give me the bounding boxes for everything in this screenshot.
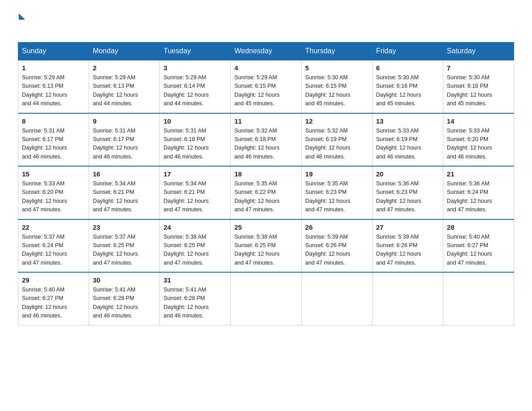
calendar-cell [231,272,301,325]
calendar-cell: 14 Sunrise: 5:33 AMSunset: 6:20 PMDaylig… [443,113,514,167]
day-number: 21 [447,170,510,178]
calendar-cell: 29 Sunrise: 5:40 AMSunset: 6:27 PMDaylig… [18,272,89,325]
weekday-header-friday: Friday [372,43,443,60]
day-number: 14 [447,117,510,125]
weekday-header-tuesday: Tuesday [160,43,231,60]
calendar-header-row: SundayMondayTuesdayWednesdayThursdayFrid… [18,43,514,60]
day-info: Sunrise: 5:37 AMSunset: 6:24 PMDaylight:… [22,234,67,266]
day-info: Sunrise: 5:38 AMSunset: 6:25 PMDaylight:… [163,234,209,266]
day-info: Sunrise: 5:38 AMSunset: 6:25 PMDaylight:… [234,234,279,266]
day-info: Sunrise: 5:33 AMSunset: 6:20 PMDaylight:… [447,128,492,160]
calendar-cell: 28 Sunrise: 5:40 AMSunset: 6:27 PMDaylig… [443,219,514,273]
day-number: 24 [163,223,227,231]
calendar-cell: 24 Sunrise: 5:38 AMSunset: 6:25 PMDaylig… [160,219,231,273]
day-info: Sunrise: 5:37 AMSunset: 6:25 PMDaylight:… [93,234,138,266]
calendar-cell: 30 Sunrise: 5:41 AMSunset: 6:28 PMDaylig… [89,272,160,325]
calendar-cell: 23 Sunrise: 5:37 AMSunset: 6:25 PMDaylig… [89,219,160,273]
page-header [18,13,514,33]
day-info: Sunrise: 5:39 AMSunset: 6:26 PMDaylight:… [305,234,351,266]
day-number: 13 [376,117,439,125]
day-info: Sunrise: 5:30 AMSunset: 6:16 PMDaylight:… [447,74,492,107]
day-info: Sunrise: 5:32 AMSunset: 6:18 PMDaylight:… [234,128,279,160]
logo-arrow-icon [19,13,25,20]
day-info: Sunrise: 5:39 AMSunset: 6:26 PMDaylight:… [376,234,421,266]
calendar-cell: 3 Sunrise: 5:29 AMSunset: 6:14 PMDayligh… [160,60,231,113]
day-number: 25 [234,223,297,231]
calendar-cell: 25 Sunrise: 5:38 AMSunset: 6:25 PMDaylig… [231,219,301,273]
day-number: 29 [22,276,85,284]
calendar-cell: 11 Sunrise: 5:32 AMSunset: 6:18 PMDaylig… [231,113,301,167]
calendar-cell [443,272,514,325]
day-number: 15 [22,170,85,178]
day-info: Sunrise: 5:40 AMSunset: 6:27 PMDaylight:… [22,287,67,319]
day-number: 10 [163,117,227,125]
calendar-cell: 26 Sunrise: 5:39 AMSunset: 6:26 PMDaylig… [301,219,372,273]
day-info: Sunrise: 5:36 AMSunset: 6:24 PMDaylight:… [447,180,492,213]
calendar-week-row: 8 Sunrise: 5:31 AMSunset: 6:17 PMDayligh… [18,113,514,167]
calendar-week-row: 1 Sunrise: 5:29 AMSunset: 6:13 PMDayligh… [18,60,514,113]
weekday-header-monday: Monday [89,43,160,60]
calendar-cell: 7 Sunrise: 5:30 AMSunset: 6:16 PMDayligh… [443,60,514,113]
calendar-week-row: 29 Sunrise: 5:40 AMSunset: 6:27 PMDaylig… [18,272,514,325]
weekday-header-thursday: Thursday [301,43,372,60]
calendar-cell: 2 Sunrise: 5:29 AMSunset: 6:13 PMDayligh… [89,60,160,113]
day-info: Sunrise: 5:34 AMSunset: 6:21 PMDaylight:… [93,180,138,213]
day-number: 1 [22,64,85,72]
weekday-header-saturday: Saturday [443,43,514,60]
day-number: 4 [234,64,297,72]
day-info: Sunrise: 5:36 AMSunset: 6:23 PMDaylight:… [376,180,421,213]
day-number: 23 [93,223,156,231]
calendar-cell: 13 Sunrise: 5:33 AMSunset: 6:19 PMDaylig… [372,113,443,167]
day-info: Sunrise: 5:30 AMSunset: 6:16 PMDaylight:… [376,74,421,107]
calendar-cell: 9 Sunrise: 5:31 AMSunset: 6:17 PMDayligh… [89,113,160,167]
day-info: Sunrise: 5:33 AMSunset: 6:20 PMDaylight:… [22,180,67,213]
calendar-cell: 27 Sunrise: 5:39 AMSunset: 6:26 PMDaylig… [372,219,443,273]
day-number: 30 [93,276,156,284]
day-number: 20 [376,170,439,178]
calendar-cell: 18 Sunrise: 5:35 AMSunset: 6:22 PMDaylig… [231,166,301,219]
day-info: Sunrise: 5:29 AMSunset: 6:13 PMDaylight:… [22,74,67,107]
calendar-cell: 4 Sunrise: 5:29 AMSunset: 6:15 PMDayligh… [231,60,301,113]
calendar-cell: 19 Sunrise: 5:35 AMSunset: 6:23 PMDaylig… [301,166,372,219]
day-number: 26 [305,223,369,231]
calendar-cell [372,272,443,325]
day-info: Sunrise: 5:29 AMSunset: 6:14 PMDaylight:… [163,74,209,107]
day-number: 27 [376,223,439,231]
day-number: 28 [447,223,510,231]
day-info: Sunrise: 5:35 AMSunset: 6:23 PMDaylight:… [305,180,351,213]
calendar-week-row: 22 Sunrise: 5:37 AMSunset: 6:24 PMDaylig… [18,219,514,273]
day-number: 19 [305,170,369,178]
day-info: Sunrise: 5:34 AMSunset: 6:21 PMDaylight:… [163,180,209,213]
calendar-table: SundayMondayTuesdayWednesdayThursdayFrid… [18,42,514,325]
day-number: 11 [234,117,297,125]
calendar-cell: 15 Sunrise: 5:33 AMSunset: 6:20 PMDaylig… [18,166,89,219]
logo [18,13,25,33]
calendar-cell: 31 Sunrise: 5:41 AMSunset: 6:28 PMDaylig… [160,272,231,325]
day-number: 22 [22,223,85,231]
day-info: Sunrise: 5:41 AMSunset: 6:28 PMDaylight:… [163,287,209,319]
day-number: 12 [305,117,369,125]
day-info: Sunrise: 5:31 AMSunset: 6:17 PMDaylight:… [22,128,67,160]
day-number: 9 [93,117,156,125]
day-number: 8 [22,117,85,125]
calendar-cell [301,272,372,325]
calendar-cell: 12 Sunrise: 5:32 AMSunset: 6:19 PMDaylig… [301,113,372,167]
day-number: 2 [93,64,156,72]
day-info: Sunrise: 5:32 AMSunset: 6:19 PMDaylight:… [305,128,351,160]
day-number: 3 [163,64,227,72]
day-info: Sunrise: 5:31 AMSunset: 6:18 PMDaylight:… [163,128,209,160]
day-number: 31 [163,276,227,284]
day-number: 16 [93,170,156,178]
calendar-cell: 8 Sunrise: 5:31 AMSunset: 6:17 PMDayligh… [18,113,89,167]
day-info: Sunrise: 5:31 AMSunset: 6:17 PMDaylight:… [93,128,138,160]
weekday-header-sunday: Sunday [18,43,89,60]
day-info: Sunrise: 5:41 AMSunset: 6:28 PMDaylight:… [93,287,138,319]
calendar-cell: 5 Sunrise: 5:30 AMSunset: 6:15 PMDayligh… [301,60,372,113]
calendar-cell: 16 Sunrise: 5:34 AMSunset: 6:21 PMDaylig… [89,166,160,219]
day-info: Sunrise: 5:30 AMSunset: 6:15 PMDaylight:… [305,74,351,107]
day-number: 6 [376,64,439,72]
calendar-cell: 17 Sunrise: 5:34 AMSunset: 6:21 PMDaylig… [160,166,231,219]
calendar-cell: 10 Sunrise: 5:31 AMSunset: 6:18 PMDaylig… [160,113,231,167]
day-number: 7 [447,64,510,72]
day-number: 17 [163,170,227,178]
